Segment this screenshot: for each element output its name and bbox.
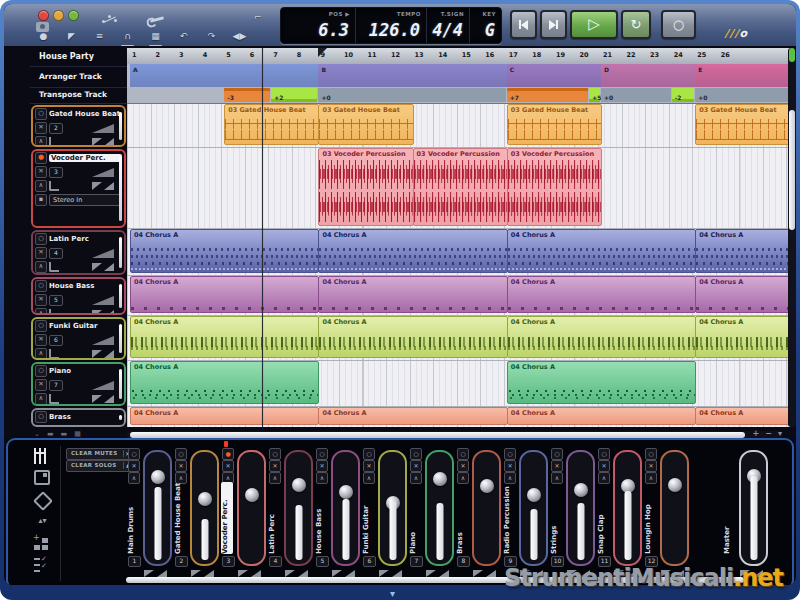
transpose-segment[interactable]: -3 <box>224 88 270 102</box>
automation-icon[interactable] <box>49 309 59 315</box>
fader-knob[interactable] <box>574 483 588 497</box>
channel-name[interactable]: Gated House Beat <box>174 482 186 554</box>
grid-small-icon[interactable]: ▦ <box>74 430 81 438</box>
mute-button[interactable]: ✕ <box>128 460 140 472</box>
record-enable-button[interactable]: ● <box>35 152 47 164</box>
mute-button[interactable]: ✕ <box>504 460 516 472</box>
transpose-track-row[interactable]: Transpose Track <box>30 87 127 104</box>
arranger-section-d[interactable]: D <box>601 64 696 87</box>
timeline-ruler[interactable]: 1234567891011121314151617181920212223242… <box>127 48 791 65</box>
channel-name[interactable]: House Bass <box>315 482 327 554</box>
project-title-row[interactable]: House Party <box>30 48 127 67</box>
clip-latin[interactable]: 04 Chorus A <box>318 229 507 273</box>
track-header-bass[interactable]: ○House Bass✕5∧ <box>31 277 126 315</box>
clip-bass[interactable]: 04 Chorus A <box>318 276 507 313</box>
fader-knob[interactable] <box>151 470 165 484</box>
record-enable-button[interactable]: ○ <box>175 448 187 460</box>
record-enable-button[interactable]: ○ <box>645 448 657 460</box>
clear-solos-button[interactable]: CLEAR SOLOS∧ <box>66 460 134 472</box>
track-header-vocoder[interactable]: ●Vocoder Perc.✕3∧▪Stereo In <box>31 149 126 228</box>
channel-fader[interactable] <box>519 450 548 566</box>
record-enable-button[interactable]: ○ <box>410 448 422 460</box>
solo-button[interactable]: ∧ <box>35 261 47 273</box>
record-enable-button[interactable]: ○ <box>35 320 47 332</box>
clip-funki[interactable]: 04 Chorus A <box>695 316 790 358</box>
pan-icon[interactable] <box>92 310 114 315</box>
grid-icon[interactable]: ▦ <box>146 29 165 44</box>
channel-fader[interactable] <box>331 450 360 566</box>
clip-vocoder[interactable]: 03 Vocoder Percussion <box>318 148 413 226</box>
transpose-segment[interactable]: +0 <box>695 88 791 102</box>
zoom-in-button[interactable]: + <box>753 429 760 438</box>
pan-icon[interactable] <box>92 395 114 403</box>
record-enable-button[interactable]: ○ <box>35 411 47 423</box>
track-name[interactable]: Piano <box>49 367 122 375</box>
mute-button[interactable]: ✕ <box>35 247 47 259</box>
record-enable-button[interactable]: ○ <box>316 448 328 460</box>
record-enable-button[interactable]: ○ <box>128 448 140 460</box>
mute-button[interactable]: ✕ <box>35 425 47 427</box>
record-enable-button[interactable]: ○ <box>504 448 516 460</box>
vertical-scrollbar[interactable] <box>788 48 796 427</box>
collapse-icon[interactable]: ⌄ <box>34 430 40 438</box>
undo-icon[interactable]: ↶ <box>174 29 193 44</box>
record-enable-button[interactable]: ○ <box>269 448 281 460</box>
pan-icon[interactable] <box>92 182 114 190</box>
channel-name[interactable]: Brass <box>456 482 468 554</box>
channel-fader[interactable] <box>739 450 768 566</box>
clip-brass[interactable]: 04 Chorus A <box>318 407 507 425</box>
magnet-icon[interactable]: ∩ <box>118 29 137 44</box>
channel-name[interactable]: Radio Percussion <box>503 482 515 554</box>
size-large-icon[interactable]: ▬ <box>61 430 68 438</box>
volume-ramp-icon[interactable] <box>92 124 114 133</box>
channel-name[interactable]: Loungin Hop <box>644 482 656 554</box>
mute-button[interactable]: ✕ <box>645 460 657 472</box>
fader-knob[interactable] <box>245 488 259 502</box>
channel-fader[interactable] <box>472 450 501 566</box>
track-name[interactable]: Brass <box>49 413 122 421</box>
arrange-view-icon[interactable] <box>34 470 50 485</box>
drawer-handle[interactable]: ▾ <box>390 588 395 599</box>
arranger-section-c[interactable]: C <box>507 64 602 87</box>
channel-name[interactable]: Latin Perc <box>268 482 280 554</box>
record-enable-button[interactable]: ○ <box>551 448 563 460</box>
minimize-button[interactable] <box>53 10 64 21</box>
dpad-icon[interactable]: ▴▾ <box>34 514 51 530</box>
clip-brass[interactable]: 04 Chorus A <box>695 407 790 425</box>
zoom-menu-button[interactable]: ▾ <box>778 429 782 438</box>
track-header-funki[interactable]: ○Funki Guitar✕6∧ <box>31 317 126 360</box>
clip-vocoder[interactable]: 03 Vocoder Percussion <box>507 148 602 226</box>
pan-icon[interactable] <box>92 350 114 358</box>
mute-button[interactable]: ✕ <box>35 379 47 391</box>
wrench-icon[interactable] <box>150 16 164 23</box>
solo-button[interactable]: ∧ <box>35 348 47 360</box>
mute-button[interactable]: ✕ <box>598 460 610 472</box>
arranger-section-e[interactable]: E <box>695 64 791 87</box>
redo-icon[interactable]: ↷ <box>202 29 221 44</box>
mute-button[interactable]: ✕ <box>175 460 187 472</box>
clear-mutes-button[interactable]: CLEAR MUTES✕ <box>66 448 134 460</box>
mute-button[interactable]: ✕ <box>35 294 47 306</box>
clip-piano[interactable]: 04 Chorus A <box>507 361 696 404</box>
channel-fader[interactable] <box>613 450 642 566</box>
channel-fader[interactable] <box>143 450 172 566</box>
cycle-button[interactable]: ↻ <box>621 10 651 39</box>
track-name[interactable]: House Bass <box>49 282 122 290</box>
volume-ramp-icon[interactable] <box>92 296 114 305</box>
channel-fader[interactable] <box>425 450 454 566</box>
track-header-piano[interactable]: ○Piano✕7∧ <box>31 362 126 406</box>
channel-fader[interactable] <box>190 450 219 566</box>
record-enable-button[interactable]: ○ <box>35 108 47 120</box>
mute-button[interactable]: ✕ <box>222 460 234 472</box>
clip-gated[interactable]: 03 Gated House Beat <box>224 104 319 145</box>
record-enable-button[interactable]: ○ <box>598 448 610 460</box>
clip-funki[interactable]: 04 Chorus A <box>130 316 319 358</box>
solo-button[interactable]: ∧ <box>35 393 47 405</box>
automation-icon[interactable] <box>49 349 59 359</box>
automation-icon[interactable] <box>49 181 59 191</box>
arranger-section-b[interactable]: B <box>318 64 507 87</box>
track-header-brass[interactable]: ○Brass✕8∧ <box>31 408 126 427</box>
zoom-button[interactable] <box>68 10 79 21</box>
track-header-latin[interactable]: ○Latin Perc✕4∧ <box>31 230 126 275</box>
automation-icon[interactable] <box>49 394 59 404</box>
